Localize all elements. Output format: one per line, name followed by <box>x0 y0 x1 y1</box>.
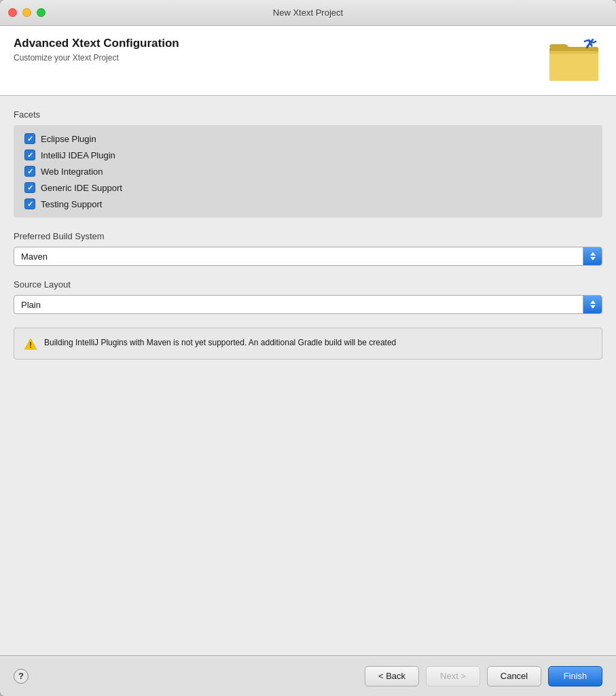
build-system-select[interactable]: Maven <box>14 247 602 266</box>
header-title: Advanced Xtext Configuration <box>14 37 548 50</box>
source-layout-section: Source Layout Plain <box>14 279 602 314</box>
warning-icon: ! <box>24 337 37 351</box>
generic-ide-checkbox[interactable] <box>24 182 35 193</box>
close-button[interactable] <box>8 8 17 17</box>
testing-support-checkbox[interactable] <box>24 198 35 209</box>
facets-section: Facets Eclipse Plugin IntelliJ IDEA Plug… <box>14 109 602 218</box>
svg-rect-2 <box>549 51 598 54</box>
source-layout-label: Source Layout <box>14 279 602 290</box>
traffic-lights <box>8 8 46 17</box>
back-button[interactable]: < Back <box>365 666 419 686</box>
window: New Xtext Project Advanced Xtext Configu… <box>0 0 616 696</box>
build-system-section: Preferred Build System Maven <box>14 231 602 266</box>
source-layout-arrow[interactable] <box>583 296 602 313</box>
facets-label: Facets <box>14 109 602 120</box>
source-layout-value: Plain <box>14 300 583 310</box>
folder-icon: ✗ <box>549 39 601 82</box>
web-integration-label: Web Integration <box>41 167 103 177</box>
header-icon: ✗ <box>548 37 602 84</box>
intellij-plugin-checkbox[interactable] <box>24 150 35 160</box>
maximize-button[interactable] <box>37 8 46 17</box>
eclipse-plugin-checkbox[interactable] <box>24 133 35 144</box>
header: Advanced Xtext Configuration Customize y… <box>0 26 616 96</box>
facet-testing-support: Testing Support <box>24 198 592 209</box>
facet-eclipse-plugin: Eclipse Plugin <box>24 133 592 144</box>
generic-ide-label: Generic IDE Support <box>41 183 122 193</box>
warning-box: ! Building IntelliJ Plugins with Maven i… <box>14 328 602 360</box>
window-title: New Xtext Project <box>273 7 343 18</box>
build-system-value: Maven <box>14 251 583 262</box>
finish-button[interactable]: Finish <box>548 666 602 686</box>
warning-text: Building IntelliJ Plugins with Maven is … <box>44 336 396 349</box>
source-layout-select[interactable]: Plain <box>14 295 602 314</box>
header-text: Advanced Xtext Configuration Customize y… <box>14 37 548 63</box>
next-button[interactable]: Next > <box>426 666 480 686</box>
svg-text:!: ! <box>29 341 32 350</box>
cancel-button[interactable]: Cancel <box>487 666 541 686</box>
title-bar: New Xtext Project <box>0 0 616 26</box>
content: Facets Eclipse Plugin IntelliJ IDEA Plug… <box>0 96 616 655</box>
build-system-label: Preferred Build System <box>14 231 602 241</box>
facets-box: Eclipse Plugin IntelliJ IDEA Plugin Web … <box>14 125 602 218</box>
facet-web-integration: Web Integration <box>24 166 592 177</box>
facet-generic-ide: Generic IDE Support <box>24 182 592 193</box>
svg-rect-1 <box>549 51 598 81</box>
header-subtitle: Customize your Xtext Project <box>14 53 548 63</box>
help-button[interactable]: ? <box>14 669 29 684</box>
build-system-arrow[interactable] <box>583 247 602 265</box>
intellij-plugin-label: IntelliJ IDEA Plugin <box>41 150 115 160</box>
footer-left: ? <box>14 669 29 684</box>
testing-support-label: Testing Support <box>41 199 102 209</box>
facet-intellij-plugin: IntelliJ IDEA Plugin <box>24 150 592 160</box>
arrow-down-icon <box>590 257 596 260</box>
footer-buttons: < Back Next > Cancel Finish <box>365 666 602 686</box>
footer: ? < Back Next > Cancel Finish <box>0 655 616 696</box>
web-integration-checkbox[interactable] <box>24 166 35 177</box>
eclipse-plugin-label: Eclipse Plugin <box>41 134 96 144</box>
minimize-button[interactable] <box>22 8 31 17</box>
arrow-up-icon <box>590 252 596 256</box>
arrow-down-icon <box>590 305 596 309</box>
arrow-up-icon <box>590 300 596 304</box>
